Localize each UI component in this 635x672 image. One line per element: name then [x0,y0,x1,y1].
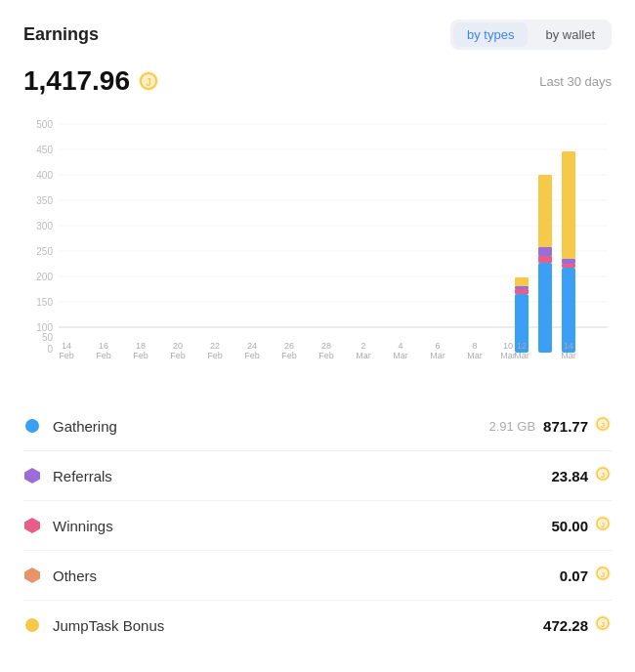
svg-text:Mar: Mar [356,351,371,360]
svg-point-66 [25,419,39,433]
earnings-chart: 500 450 400 350 300 250 200 150 100 50 0 [23,105,612,378]
svg-text:J: J [601,620,605,629]
svg-text:Feb: Feb [281,351,297,360]
svg-text:500: 500 [36,119,53,130]
legend-list: Gathering 2.91 GB 871.77 J Referrals 23.… [23,401,612,650]
svg-text:Mar: Mar [430,351,445,360]
coin-icon: J [138,70,159,92]
earnings-summary-row: 1,417.96 J Last 30 days [23,65,612,97]
svg-text:J: J [146,77,151,88]
gathering-value: 871.77 [543,418,588,435]
svg-rect-30 [538,247,552,256]
jumptask-coin-icon: J [594,614,612,636]
legend-item-others: Others 0.07 J [23,551,612,601]
svg-text:14: 14 [62,341,71,351]
svg-text:150: 150 [36,297,53,308]
svg-rect-26 [515,286,529,289]
svg-text:J: J [601,570,605,579]
others-label: Others [53,567,560,584]
svg-rect-34 [562,259,575,264]
referrals-icon [23,467,41,484]
svg-text:Feb: Feb [170,351,186,360]
svg-text:14: 14 [564,341,573,351]
svg-text:450: 450 [36,145,53,155]
view-toggle: by types by wallet [450,20,612,50]
svg-marker-70 [24,468,40,483]
svg-marker-74 [24,518,40,533]
svg-text:6: 6 [435,341,440,351]
svg-text:20: 20 [173,341,183,351]
winnings-label: Winnings [53,518,551,534]
svg-text:Mar: Mar [514,351,529,360]
winnings-coin-icon: J [594,515,612,536]
earnings-amount: 1,417.96 J [23,65,159,97]
gathering-icon [23,417,41,435]
svg-text:J: J [601,471,605,480]
svg-text:250: 250 [36,246,53,257]
svg-text:22: 22 [210,341,220,351]
svg-text:350: 350 [36,195,53,206]
svg-text:400: 400 [36,170,53,181]
svg-text:8: 8 [472,341,477,351]
legend-item-referrals: Referrals 23.84 J [23,451,612,501]
svg-marker-78 [24,567,40,583]
legend-item-winnings: Winnings 50.00 J [23,501,612,551]
svg-text:Mar: Mar [393,351,408,360]
svg-text:18: 18 [136,341,146,351]
referrals-value: 23.84 [551,468,588,484]
gathering-label: Gathering [53,418,488,435]
svg-text:J: J [601,421,605,430]
svg-rect-29 [538,256,552,263]
svg-rect-28 [538,263,552,353]
svg-text:Feb: Feb [318,351,334,360]
legend-item-jumptask: JumpTask Bonus 472.28 J [23,601,612,650]
svg-text:28: 28 [321,341,331,351]
svg-text:2: 2 [360,341,365,351]
svg-text:Feb: Feb [207,351,223,360]
others-value: 0.07 [560,567,588,584]
svg-rect-35 [562,151,575,259]
svg-text:200: 200 [36,272,53,282]
jumptask-label: JumpTask Bonus [53,617,543,634]
svg-text:J: J [601,521,605,529]
svg-text:24: 24 [247,341,257,351]
toggle-by-types[interactable]: by types [453,22,528,47]
bar-chart: 500 450 400 350 300 250 200 150 100 50 0 [23,105,612,378]
legend-item-gathering: Gathering 2.91 GB 871.77 J [23,401,612,451]
svg-rect-31 [538,175,552,247]
svg-text:12: 12 [517,341,527,351]
svg-text:Mar: Mar [561,351,576,360]
svg-text:300: 300 [36,221,53,231]
svg-text:Feb: Feb [59,351,74,360]
svg-text:10: 10 [503,341,513,351]
svg-text:Feb: Feb [133,351,148,360]
svg-text:Feb: Feb [96,351,111,360]
jumptask-icon [23,616,41,634]
svg-text:26: 26 [284,341,294,351]
svg-text:Mar: Mar [467,351,483,360]
toggle-by-wallet[interactable]: by wallet [531,22,609,47]
referrals-coin-icon: J [594,465,612,486]
winnings-value: 50.00 [551,518,588,534]
svg-rect-32 [562,268,575,353]
svg-rect-33 [562,264,575,268]
svg-text:16: 16 [99,341,108,351]
svg-text:50: 50 [42,332,54,343]
winnings-icon [23,517,41,534]
earnings-value: 1,417.96 [23,65,130,97]
svg-rect-25 [515,289,529,294]
others-icon [23,567,41,584]
svg-text:Feb: Feb [244,351,260,360]
earnings-header: Earnings by types by wallet [23,20,612,50]
page-title: Earnings [23,24,99,45]
svg-rect-27 [515,277,529,286]
others-coin-icon: J [594,565,612,586]
referrals-label: Referrals [53,468,551,484]
jumptask-value: 472.28 [543,617,588,634]
svg-text:0: 0 [47,344,53,355]
svg-point-82 [25,618,39,632]
svg-text:4: 4 [398,341,402,351]
gathering-coin-icon: J [594,415,612,437]
gathering-meta: 2.91 GB [488,419,535,434]
period-label: Last 30 days [539,74,612,89]
